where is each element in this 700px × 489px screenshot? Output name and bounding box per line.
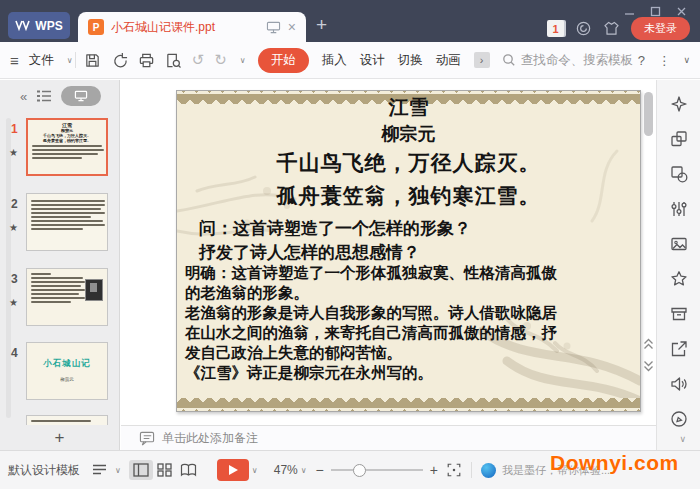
- fit-to-window-icon[interactable]: [446, 462, 462, 478]
- collapse-ribbon-icon[interactable]: ∨: [683, 55, 690, 65]
- tab-insert[interactable]: 插入: [322, 52, 347, 69]
- design-template-label[interactable]: 默认设计模板: [8, 462, 80, 479]
- slide-nav-buttons: [643, 338, 654, 372]
- play-options-caret-icon[interactable]: ∨: [252, 466, 258, 475]
- divider: [471, 462, 472, 478]
- file-menu-caret-icon[interactable]: ∨: [67, 56, 73, 65]
- thumb-text-bar: [32, 149, 104, 151]
- poem-line-1[interactable]: 千山鸟飞绝，万径人踪灭。: [177, 149, 640, 177]
- zoom-in-button[interactable]: +: [430, 462, 438, 478]
- toolbar-caret-icon[interactable]: ∨: [240, 56, 246, 65]
- answer-line: 在山水之间的渔翁，来寄托自己清高而孤傲的情感，抒: [185, 323, 636, 343]
- thumb-text-bar: [32, 153, 98, 155]
- thumb-text-bar: [32, 145, 102, 147]
- slide-sorter-view-button[interactable]: [153, 460, 177, 480]
- zoom-out-button[interactable]: −: [316, 462, 324, 478]
- hamburger-icon[interactable]: ≡: [10, 52, 19, 69]
- tab-design[interactable]: 设计: [360, 52, 385, 69]
- redo-icon[interactable]: ↻: [214, 51, 227, 69]
- ai-sparkle-icon[interactable]: [669, 94, 689, 114]
- audio-speaker-icon[interactable]: [669, 374, 689, 394]
- play-icon: [229, 465, 238, 475]
- slide-number: 2: [11, 197, 18, 211]
- copy-shapes-icon[interactable]: [669, 129, 689, 149]
- answer-line: 《江雪》诗正是柳宗元在永州写的。: [185, 363, 636, 383]
- slide-thumbnail-4[interactable]: 小石城山记 柳宗元: [26, 342, 108, 400]
- version-compass-icon[interactable]: [669, 409, 689, 429]
- zoom-caret-icon[interactable]: ∨: [301, 466, 307, 475]
- share-icon[interactable]: [669, 339, 689, 359]
- display-mode-toggle[interactable]: [61, 86, 101, 106]
- slide-editor[interactable]: 江雪 柳宗元 千山鸟飞绝，万径人踪灭。 孤舟蓑笠翁，独钓寒江雪。 问：这首诗塑造…: [176, 90, 641, 412]
- slide-thumbnail-2[interactable]: [26, 193, 108, 251]
- search-icon: [502, 53, 516, 67]
- next-slide-icon[interactable]: [643, 360, 654, 372]
- slide-panel-header: «: [0, 80, 119, 112]
- poem-author[interactable]: 柳宗元: [177, 122, 640, 146]
- command-search[interactable]: 查找命令、搜索模板: [502, 52, 634, 69]
- tab-home[interactable]: 开始: [258, 48, 309, 73]
- question-line-1[interactable]: 问：这首诗塑造了一个怎样的形象？: [199, 217, 471, 240]
- menubar: ≡ 文件 ∨ ↺ ↻ ∨ 开始 插入 设计 切换 动画 › 查找命令、搜索模板: [0, 42, 700, 79]
- poem-title[interactable]: 江雪: [177, 94, 640, 121]
- portrait-image: [85, 279, 103, 301]
- doc-count-badge[interactable]: 1: [547, 20, 564, 37]
- help-icon[interactable]: ?: [638, 53, 645, 68]
- question-line-2[interactable]: 抒发了诗人怎样的思想感情？: [199, 241, 420, 264]
- text-layout-icon[interactable]: [92, 463, 109, 477]
- zoom-slider[interactable]: [331, 469, 423, 471]
- export-icon[interactable]: [111, 52, 128, 69]
- reading-view-button[interactable]: [177, 460, 201, 480]
- document-tab[interactable]: P 小石城山记课件.ppt ×: [78, 12, 306, 42]
- image-library-icon[interactable]: [669, 234, 689, 254]
- undo-icon[interactable]: ↺: [192, 51, 205, 69]
- properties-sliders-icon[interactable]: [669, 199, 689, 219]
- collapse-panel-icon[interactable]: «: [20, 89, 27, 104]
- more-icon[interactable]: ⋮: [658, 53, 671, 68]
- poem-line-2[interactable]: 孤舟蓑笠翁，独钓寒江雪。: [177, 182, 640, 210]
- normal-view-button[interactable]: [129, 460, 153, 480]
- slide-thumbnail-1[interactable]: 江雪 柳宗元 千山鸟飞绝，万径人踪灭。 孤舟蓑笠翁，独钓寒江雪。: [26, 118, 108, 176]
- print-preview-icon[interactable]: [165, 52, 182, 69]
- slideshow-play-button[interactable]: [217, 459, 249, 481]
- answer-textbox[interactable]: 明确：这首诗塑造了一个形体孤独寂寞、性格清高孤傲 的老渔翁的形象。 老渔翁的形象…: [185, 263, 636, 383]
- add-slide-button[interactable]: +: [0, 425, 120, 450]
- wps-menu-button[interactable]: WPS: [8, 12, 70, 39]
- print-icon[interactable]: [138, 52, 155, 69]
- notes-bubble-icon: [139, 431, 155, 446]
- assistant-avatar[interactable]: [481, 463, 496, 478]
- slide-row-4: 4 小石城山记 柳宗元: [0, 342, 120, 404]
- search-placeholder: 查找命令、搜索模板: [521, 52, 634, 69]
- more-tabs-icon[interactable]: ›: [474, 52, 490, 68]
- zoom-slider-knob[interactable]: [353, 464, 366, 477]
- present-monitor-icon[interactable]: [266, 21, 281, 34]
- canvas-scrollbar[interactable]: [644, 92, 653, 136]
- tab-transition[interactable]: 切换: [398, 52, 423, 69]
- slide-thumbnail-5[interactable]: [26, 415, 108, 425]
- save-icon[interactable]: [84, 52, 101, 69]
- tab-animation[interactable]: 动画: [436, 52, 461, 69]
- rail-collapse-icon[interactable]: ∨: [679, 434, 686, 444]
- slide-row-2: 2 ★: [0, 193, 120, 255]
- outline-view-icon[interactable]: [36, 89, 52, 103]
- text-layout-caret-icon[interactable]: ∨: [115, 466, 121, 475]
- zoom-level[interactable]: 47%: [274, 463, 298, 477]
- tab-close-icon[interactable]: ×: [288, 20, 296, 34]
- wps-presentation-window: WPS P 小石城山记课件.ppt × + 1 未登录: [0, 0, 700, 489]
- previous-slide-icon[interactable]: [643, 338, 654, 350]
- file-menu[interactable]: 文件: [29, 52, 54, 69]
- merge-shapes-icon[interactable]: [669, 164, 689, 184]
- resource-box-icon[interactable]: [669, 304, 689, 324]
- animation-star-icon: ★: [9, 147, 18, 158]
- favorites-star-icon[interactable]: [669, 269, 689, 289]
- menubar-right-group: ? ⋮ ∨: [638, 53, 690, 68]
- answer-line: 发自己政治上失意的郁闷苦恼。: [185, 343, 636, 363]
- login-button[interactable]: 未登录: [631, 17, 690, 40]
- notes-bar[interactable]: 单击此处添加备注: [121, 425, 656, 450]
- new-tab-button[interactable]: +: [316, 14, 327, 36]
- answer-line: 明确：这首诗塑造了一个形体孤独寂寞、性格清高孤傲: [185, 263, 636, 283]
- skin-shirt-icon[interactable]: [603, 21, 620, 36]
- vip-ring-icon[interactable]: [575, 20, 592, 37]
- wps-logo-icon: [15, 20, 30, 31]
- slide-thumbnail-3[interactable]: [26, 268, 108, 326]
